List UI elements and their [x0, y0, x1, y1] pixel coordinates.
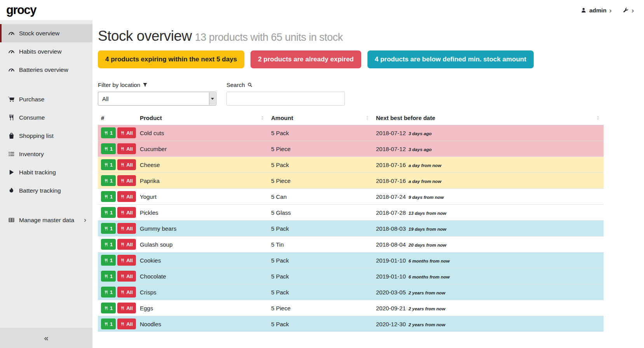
row-actions-cell: 1All: [98, 189, 137, 205]
consume-one-button[interactable]: 1: [101, 287, 116, 298]
button-label: All: [126, 289, 133, 295]
consume-one-button[interactable]: 1: [101, 223, 116, 234]
best-before-date: 2020-12-302 years from now: [373, 316, 604, 332]
column-label: Product: [140, 115, 162, 121]
consume-one-button[interactable]: 1: [101, 207, 116, 218]
select-dropdown-button[interactable]: [209, 92, 216, 105]
sort-icon[interactable]: [260, 115, 265, 120]
button-label: All: [126, 305, 133, 311]
date-relative-note: 2 years from now: [409, 322, 446, 327]
consume-all-button[interactable]: All: [117, 303, 136, 313]
sort-icon[interactable]: [595, 115, 600, 120]
consume-one-button[interactable]: 1: [101, 143, 116, 154]
consume-one-button[interactable]: 1: [101, 191, 116, 202]
consume-one-button[interactable]: 1: [101, 255, 116, 266]
user-name: admin: [589, 7, 606, 14]
consume-one-button[interactable]: 1: [101, 159, 116, 170]
sidebar-item-shopping-list[interactable]: Shopping list: [0, 127, 92, 145]
sidebar-item-inventory[interactable]: Inventory: [0, 145, 92, 163]
best-before-date: 2019-01-106 months from now: [373, 252, 604, 268]
bag-icon: [8, 132, 15, 139]
app-logo[interactable]: grocy: [6, 3, 36, 17]
amount: 5 Tin: [268, 237, 373, 252]
user-menu[interactable]: admin ›: [581, 7, 612, 14]
sidebar-item-habit-tracking[interactable]: Habit tracking: [0, 163, 92, 181]
consume-one-button[interactable]: 1: [101, 318, 116, 329]
consume-all-button[interactable]: All: [117, 318, 136, 329]
date-relative-note: 6 months from now: [409, 259, 450, 263]
table-icon: [8, 217, 15, 223]
row-actions: 1All: [101, 255, 134, 266]
row-actions: 1All: [101, 271, 134, 282]
consume-all-button[interactable]: All: [117, 223, 136, 234]
below-min-stock-badge[interactable]: 4 products are below defined min. stock …: [367, 50, 534, 68]
row-actions: 1All: [101, 239, 134, 250]
row-actions-cell: 1All: [98, 268, 137, 284]
best-before-date: 2018-07-123 days ago: [373, 125, 604, 141]
row-actions: 1All: [101, 127, 134, 138]
button-label: All: [126, 321, 133, 327]
consume-one-button[interactable]: 1: [101, 239, 116, 250]
consume-all-button[interactable]: All: [117, 207, 136, 218]
search-input[interactable]: [226, 92, 345, 106]
header-menus: admin › ›: [581, 7, 634, 14]
wrench-icon: [623, 7, 629, 13]
sidebar-collapse-button[interactable]: «: [0, 328, 92, 348]
expired-badge[interactable]: 2 products are already expired: [251, 50, 361, 68]
button-label: All: [126, 178, 133, 184]
sidebar-item-battery-tracking[interactable]: Battery tracking: [0, 181, 92, 200]
product-name: Noodles: [137, 316, 268, 332]
settings-menu[interactable]: ›: [623, 7, 634, 14]
sidebar-item-purchase[interactable]: Purchase: [0, 90, 92, 108]
location-select[interactable]: All: [98, 92, 216, 106]
date-value: 2018-07-16: [376, 177, 406, 184]
column-header-: #: [98, 111, 137, 125]
consume-all-button[interactable]: All: [117, 271, 136, 282]
sidebar-item-label: Batteries overview: [19, 66, 86, 73]
consume-one-button[interactable]: 1: [101, 303, 116, 313]
consume-one-button[interactable]: 1: [101, 271, 116, 282]
date-relative-note: 3 days ago: [409, 131, 432, 136]
consume-all-button[interactable]: All: [117, 127, 136, 138]
consume-all-button[interactable]: All: [117, 191, 136, 202]
consume-all-button[interactable]: All: [117, 239, 136, 250]
filter-location-label-text: Filter by location: [98, 82, 140, 88]
button-label: 1: [110, 226, 113, 231]
utensils-icon: [120, 195, 125, 199]
flame-icon: [8, 187, 15, 194]
sidebar-item-manage-master-data[interactable]: Manage master data›: [0, 211, 92, 229]
dashboard-icon: [8, 30, 15, 37]
date-value: 2018-07-28: [376, 209, 406, 216]
date-relative-note: a day from now: [409, 179, 441, 184]
best-before-date: 2020-09-212 years from now: [373, 300, 604, 316]
sidebar-item-label: Battery tracking: [19, 187, 86, 194]
consume-one-button[interactable]: 1: [101, 175, 116, 186]
column-header-next-best-before-date[interactable]: Next best before date: [373, 111, 604, 125]
consume-all-button[interactable]: All: [117, 287, 136, 298]
button-label: 1: [110, 130, 113, 136]
sidebar-item-stock-overview[interactable]: Stock overview: [0, 24, 92, 42]
utensils-icon: [104, 179, 108, 183]
consume-all-button[interactable]: All: [117, 143, 136, 154]
column-header-amount[interactable]: Amount: [268, 111, 373, 125]
button-label: All: [126, 146, 133, 152]
sidebar-item-batteries-overview[interactable]: Batteries overview: [0, 61, 92, 79]
consume-all-button[interactable]: All: [117, 255, 136, 266]
cart-icon: [8, 96, 15, 103]
date-value: 2018-07-16: [376, 162, 406, 168]
consume-all-button[interactable]: All: [117, 159, 136, 170]
chevron-down-icon: [211, 98, 214, 100]
column-label: Next best before date: [376, 115, 435, 121]
expiring-soon-badge[interactable]: 4 products expiring within the next 5 da…: [98, 50, 244, 68]
button-label: All: [126, 130, 133, 136]
consume-all-button[interactable]: All: [117, 175, 136, 186]
sidebar-item-label: Consume: [19, 114, 86, 121]
button-label: All: [126, 162, 133, 168]
sidebar-item-consume[interactable]: Consume: [0, 108, 92, 127]
sort-icon[interactable]: [365, 115, 370, 120]
button-label: All: [126, 273, 133, 279]
utensils-icon: [120, 322, 125, 326]
sidebar-item-habits-overview[interactable]: Habits overview: [0, 42, 92, 61]
column-header-product[interactable]: Product: [137, 111, 268, 125]
consume-one-button[interactable]: 1: [101, 127, 116, 138]
